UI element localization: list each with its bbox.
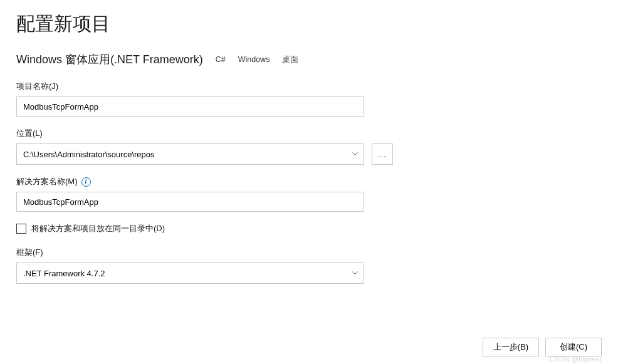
solution-name-field: 解决方案名称(M) i <box>16 176 602 212</box>
framework-label: 框架(F) <box>16 247 602 258</box>
info-icon[interactable]: i <box>81 177 91 187</box>
solution-name-label: 解决方案名称(M) i <box>16 176 602 187</box>
template-name: Windows 窗体应用(.NET Framework) <box>16 52 203 67</box>
framework-field: 框架(F) <box>16 247 602 284</box>
same-directory-checkbox-row: 将解决方案和项目放在同一目录中(D) <box>16 223 602 234</box>
location-field: 位置(L) ... <box>16 128 602 165</box>
create-button[interactable]: 创建(C) <box>545 338 602 356</box>
tag-language: C# <box>216 55 226 64</box>
project-name-field: 项目名称(J) <box>16 81 602 117</box>
tag-type: 桌面 <box>282 55 298 65</box>
framework-input[interactable] <box>16 263 364 284</box>
location-input[interactable] <box>16 143 364 165</box>
same-directory-label: 将解决方案和项目放在同一目录中(D) <box>31 223 165 234</box>
same-directory-checkbox[interactable] <box>16 224 26 234</box>
browse-button[interactable]: ... <box>372 143 393 165</box>
solution-name-label-text: 解决方案名称(M) <box>16 176 78 187</box>
location-label: 位置(L) <box>16 128 602 139</box>
back-button[interactable]: 上一步(B) <box>483 338 539 356</box>
framework-combo[interactable] <box>16 263 364 284</box>
page-title: 配置新项目 <box>16 11 602 37</box>
template-info-row: Windows 窗体应用(.NET Framework) C# Windows … <box>16 52 602 67</box>
project-name-label: 项目名称(J) <box>16 81 602 92</box>
solution-name-input[interactable] <box>16 192 364 212</box>
project-name-input[interactable] <box>16 96 364 117</box>
tag-platform: Windows <box>238 55 270 64</box>
location-combo[interactable] <box>16 143 364 165</box>
button-bar: 上一步(B) 创建(C) <box>483 338 602 356</box>
